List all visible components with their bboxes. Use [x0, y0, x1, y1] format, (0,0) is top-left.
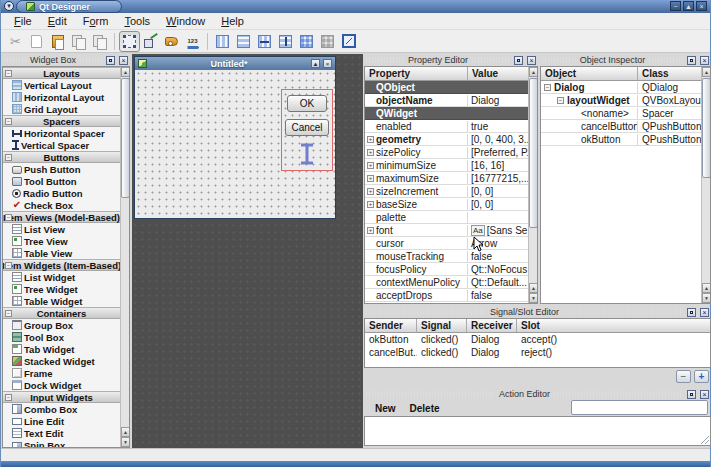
- section-layouts[interactable]: −Layouts: [3, 67, 120, 79]
- section-spacers[interactable]: −Spacers: [3, 115, 120, 127]
- widget-list-widget[interactable]: List Widget: [3, 271, 120, 283]
- property-value[interactable]: [Preferred, P...: [468, 147, 528, 158]
- property-row[interactable]: +minimumSize[16, 16]: [365, 159, 528, 172]
- menu-help[interactable]: Help: [213, 13, 252, 29]
- property-value[interactable]: [0, 0, 400, 3...: [468, 134, 528, 145]
- property-value[interactable]: Qt::Default...: [468, 277, 528, 288]
- edit-buddies-icon[interactable]: [161, 31, 182, 52]
- delete-action-button[interactable]: Delete: [410, 403, 440, 414]
- float-icon[interactable]: [687, 56, 696, 65]
- remove-connection-button[interactable]: −: [676, 370, 691, 383]
- property-row[interactable]: focusPolicyQt::NoFocus: [365, 263, 528, 276]
- widget-check-box[interactable]: ✔Check Box: [3, 199, 120, 211]
- scroll-up-icon[interactable]: ▲: [702, 67, 711, 77]
- property-row[interactable]: contextMenuPolicyQt::Default...: [365, 276, 528, 289]
- paste-icon[interactable]: [47, 31, 68, 52]
- edit-widgets-icon[interactable]: [119, 31, 140, 52]
- collapse-icon[interactable]: −: [5, 70, 12, 77]
- connection-row[interactable]: cancelBut... clicked() Dialog reject(): [365, 346, 710, 359]
- widget-line-edit[interactable]: Line Edit: [3, 415, 120, 427]
- widget-table-view[interactable]: Table View: [3, 247, 120, 259]
- collapse-icon[interactable]: −: [5, 262, 12, 269]
- close-icon[interactable]: ×: [119, 56, 128, 65]
- widget-tool-button[interactable]: Tool Button: [3, 175, 120, 187]
- expand-icon[interactable]: +: [365, 201, 376, 208]
- scroll-up-icon[interactable]: ▲: [121, 427, 130, 437]
- object-row-okbutton[interactable]: okButtonQPushButton: [541, 133, 701, 146]
- collapse-icon[interactable]: −: [544, 84, 551, 91]
- section-containers[interactable]: −Containers: [3, 307, 120, 319]
- property-group-row[interactable]: QObject: [365, 81, 528, 94]
- scroll-up-icon[interactable]: ▲: [529, 67, 538, 77]
- property-row[interactable]: mouseTrackingfalse: [365, 250, 528, 263]
- collapse-icon[interactable]: −: [5, 310, 12, 317]
- collapse-icon[interactable]: −: [5, 154, 12, 161]
- break-layout-icon[interactable]: [317, 31, 338, 52]
- close-icon[interactable]: ×: [700, 308, 709, 317]
- scroll-down-icon[interactable]: ▼: [121, 437, 130, 447]
- expand-icon[interactable]: +: [365, 227, 376, 234]
- property-value[interactable]: Qt::NoFocus: [468, 264, 528, 275]
- property-value[interactable]: [0, 0]: [468, 199, 528, 210]
- property-value[interactable]: false: [468, 290, 528, 301]
- float-icon[interactable]: [687, 308, 696, 317]
- widget-grid-layout[interactable]: Grid Layout: [3, 103, 120, 115]
- property-row[interactable]: objectNameDialog: [365, 94, 528, 107]
- layout-horizontal-icon[interactable]: [212, 31, 233, 52]
- object-row-layoutwidget[interactable]: −layoutWidgetQVBoxLayout: [541, 94, 701, 107]
- property-value[interactable]: [16777215,...: [468, 173, 528, 184]
- scroll-down-icon[interactable]: ▼: [529, 293, 538, 303]
- widget-vertical-spacer[interactable]: Vertical Spacer: [3, 139, 120, 151]
- close-icon[interactable]: ×: [696, 1, 707, 11]
- cut-icon[interactable]: ✂: [5, 31, 26, 52]
- section-item-views[interactable]: −Item Views (Model-Based): [3, 211, 120, 223]
- menu-window[interactable]: Window: [158, 13, 213, 29]
- close-icon[interactable]: ×: [323, 59, 332, 68]
- resize-grip[interactable]: [699, 434, 709, 444]
- close-icon[interactable]: ×: [527, 56, 536, 65]
- section-item-widgets[interactable]: −Item Widgets (Item-Based): [3, 259, 120, 271]
- expand-icon[interactable]: +: [365, 162, 376, 169]
- widget-horizontal-layout[interactable]: Horizontal Layout: [3, 91, 120, 103]
- close-icon[interactable]: ×: [700, 56, 709, 65]
- scrollbar-thumb[interactable]: [702, 78, 711, 178]
- connection-row[interactable]: okButton clicked() Dialog accept(): [365, 333, 710, 346]
- form-window[interactable]: Untitled* ▲ × OK Cancel: [134, 56, 336, 219]
- vertical-spacer-widget[interactable]: [299, 143, 315, 165]
- collapse-icon[interactable]: −: [5, 214, 12, 221]
- layout-horizontal-splitter-icon[interactable]: [254, 31, 275, 52]
- property-row[interactable]: enabledtrue: [365, 120, 528, 133]
- section-input-widgets[interactable]: −Input Widgets: [3, 391, 120, 403]
- expand-icon[interactable]: +: [365, 188, 376, 195]
- edit-signals-slots-icon[interactable]: [140, 31, 161, 52]
- scrollbar-thumb[interactable]: [121, 78, 130, 198]
- form-titlebar[interactable]: Untitled* ▲ ×: [135, 57, 335, 70]
- object-inspector-scrollbar[interactable]: ▲ ▲ ▼: [701, 67, 710, 303]
- widget-box-scrollbar[interactable]: ▲ ▲ ▼: [120, 67, 129, 447]
- widget-radio-button[interactable]: Radio Button: [3, 187, 120, 199]
- property-row[interactable]: +maximumSize[16777215,...: [365, 172, 528, 185]
- edit-tab-order-icon[interactable]: 123: [182, 31, 203, 52]
- window-menu-icon[interactable]: ▼: [4, 1, 14, 11]
- property-value[interactable]: [16, 16]: [468, 160, 528, 171]
- property-row[interactable]: cursorArrow: [365, 237, 528, 250]
- widget-text-edit[interactable]: Text Edit: [3, 427, 120, 439]
- action-list[interactable]: [364, 416, 711, 446]
- window-title-tab[interactable]: Qt Designer: [16, 0, 122, 13]
- column-slot[interactable]: Slot: [517, 319, 710, 332]
- minimize-icon[interactable]: −: [670, 1, 681, 11]
- column-sender[interactable]: Sender: [365, 319, 417, 332]
- close-icon[interactable]: ×: [700, 390, 709, 399]
- property-editor-scrollbar[interactable]: ▲ ▲ ▼: [528, 67, 537, 303]
- column-class[interactable]: Class: [638, 67, 710, 80]
- property-row[interactable]: palette: [365, 211, 528, 224]
- column-property[interactable]: Property: [365, 67, 468, 80]
- ok-button[interactable]: OK: [287, 95, 327, 112]
- maximize-icon[interactable]: ▲: [683, 1, 694, 11]
- collapse-icon[interactable]: −: [5, 394, 12, 401]
- collapse-icon[interactable]: −: [557, 97, 564, 104]
- property-value[interactable]: [0, 0]: [468, 186, 528, 197]
- layout-vertical-splitter-icon[interactable]: [275, 31, 296, 52]
- layout-grid-icon[interactable]: [296, 31, 317, 52]
- menu-form[interactable]: Form: [75, 13, 117, 29]
